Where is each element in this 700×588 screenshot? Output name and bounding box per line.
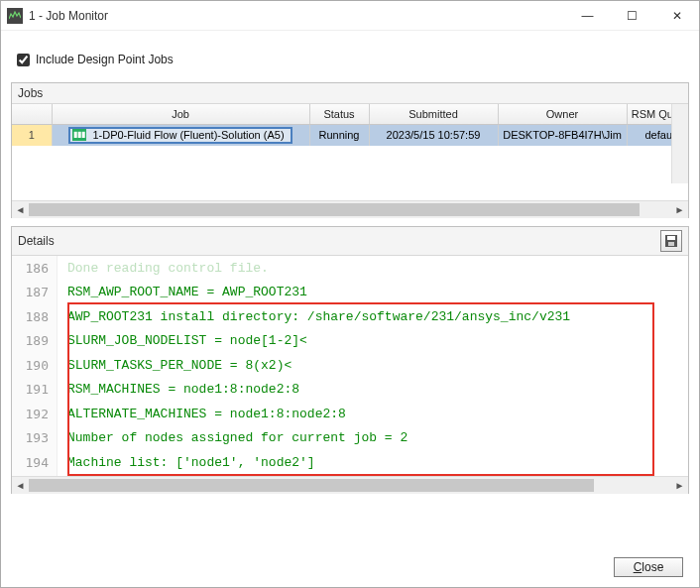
log-line: 189SLURM_JOB_NODELIST = node[1-2]< (12, 329, 688, 354)
col-submitted[interactable]: Submitted (369, 104, 498, 124)
save-icon (664, 234, 678, 248)
include-design-point-jobs-row: Include Design Point Jobs (17, 53, 683, 66)
maximize-button[interactable]: ☐ (610, 1, 654, 31)
cell-submitted: 2023/5/15 10:57:59 (369, 124, 498, 146)
col-job[interactable]: Job (52, 104, 309, 124)
svg-rect-1 (667, 236, 675, 240)
details-panel-header: Details (12, 227, 688, 256)
log-line: 188AWP_ROOT231 install directory: /share… (12, 304, 688, 329)
svg-rect-2 (668, 242, 674, 246)
jobs-horizontal-scrollbar[interactable]: ◄ ► (12, 200, 688, 217)
log-text: RSM_AWP_ROOT_NAME = AWP_ROOT231 (58, 285, 307, 299)
log-text: Done reading control file. (58, 261, 269, 276)
log-line: 192ALTERNATE_MACHINES = node1:8:node2:8 (12, 402, 688, 426)
details-log[interactable]: 186Done reading control file.187RSM_AWP_… (12, 256, 688, 476)
include-design-point-jobs-label: Include Design Point Jobs (36, 53, 174, 66)
col-owner[interactable]: Owner (498, 104, 627, 124)
table-row[interactable]: 1 ▮▮▮ 1-DP0-Fluid Flow (Fluent)-Solution… (12, 124, 688, 146)
jobs-table[interactable]: Job Status Submitted Owner RSM Queue HPC… (12, 104, 688, 200)
app-icon (7, 8, 23, 24)
jobs-panel-title: Jobs (18, 86, 43, 100)
line-number: 193 (12, 426, 58, 451)
window-title: 1 - Job Monitor (29, 9, 108, 23)
line-number: 194 (12, 450, 58, 475)
line-number: 191 (12, 378, 58, 403)
log-line: 193Number of nodes assigned for current … (12, 426, 688, 451)
jobs-panel-header: Jobs (12, 83, 688, 104)
log-text: SLURM_TASKS_PER_NODE = 8(x2)< (58, 358, 292, 373)
log-text: SLURM_JOB_NODELIST = node[1-2]< (58, 333, 307, 348)
log-line: 194Machine list: ['node1', 'node2'] (12, 450, 688, 475)
cell-job: ▮▮▮ 1-DP0-Fluid Flow (Fluent)-Solution (… (52, 124, 309, 146)
line-number: 192 (12, 402, 58, 426)
log-text: ALTERNATE_MACHINES = node1:8:node2:8 (58, 407, 346, 421)
jobs-panel: Jobs Job Status Submitted Owner (11, 82, 689, 218)
cell-status: Running (309, 124, 369, 146)
jobs-header-row: Job Status Submitted Owner RSM Queue HPC (12, 104, 688, 124)
log-line: 191RSM_MACHINES = node1:8:node2:8 (12, 378, 688, 403)
details-save-button[interactable] (660, 230, 682, 252)
line-number: 190 (12, 353, 58, 378)
line-number: 188 (12, 304, 58, 329)
scroll-left-icon[interactable]: ◄ (12, 201, 29, 218)
cell-owner: DESKTOP-8FB4I7H\Jim (498, 124, 627, 146)
log-line: 187RSM_AWP_ROOT_NAME = AWP_ROOT231 (12, 281, 688, 305)
details-horizontal-scrollbar[interactable]: ◄ ► (12, 476, 688, 493)
line-number: 187 (12, 281, 58, 305)
line-number: 186 (12, 256, 58, 281)
col-rownum[interactable] (12, 104, 52, 124)
line-number: 189 (12, 329, 58, 354)
minimize-button[interactable]: — (565, 1, 610, 31)
close-window-button[interactable]: ✕ (654, 1, 699, 31)
log-line: 190SLURM_TASKS_PER_NODE = 8(x2)< (12, 353, 688, 378)
col-status[interactable]: Status (309, 104, 369, 124)
scroll-left-icon[interactable]: ◄ (12, 477, 29, 494)
cell-job-text: 1-DP0-Fluid Flow (Fluent)-Solution (A5) (92, 129, 284, 141)
scroll-right-icon[interactable]: ► (671, 201, 688, 218)
window-controls: — ☐ ✕ (565, 1, 699, 31)
scroll-right-icon[interactable]: ► (671, 477, 688, 494)
log-text: AWP_ROOT231 install directory: /share/so… (58, 309, 570, 324)
close-button[interactable]: Close (614, 557, 683, 577)
footer: Close (11, 553, 689, 579)
jobs-vertical-scrollbar[interactable] (671, 104, 688, 183)
job-status-icon: ▮▮▮ (72, 129, 86, 141)
log-text: Machine list: ['node1', 'node2'] (58, 455, 315, 470)
log-text: Number of nodes assigned for current job… (58, 430, 408, 445)
log-line: 186Done reading control file. (12, 256, 688, 281)
titlebar: 1 - Job Monitor — ☐ ✕ (1, 1, 699, 31)
log-text: RSM_MACHINES = node1:8:node2:8 (58, 382, 299, 397)
include-design-point-jobs-checkbox[interactable] (17, 54, 30, 66)
details-panel-title: Details (18, 234, 55, 248)
cell-rownum: 1 (12, 124, 52, 146)
details-panel: Details 186Done reading control file.187… (11, 226, 689, 494)
